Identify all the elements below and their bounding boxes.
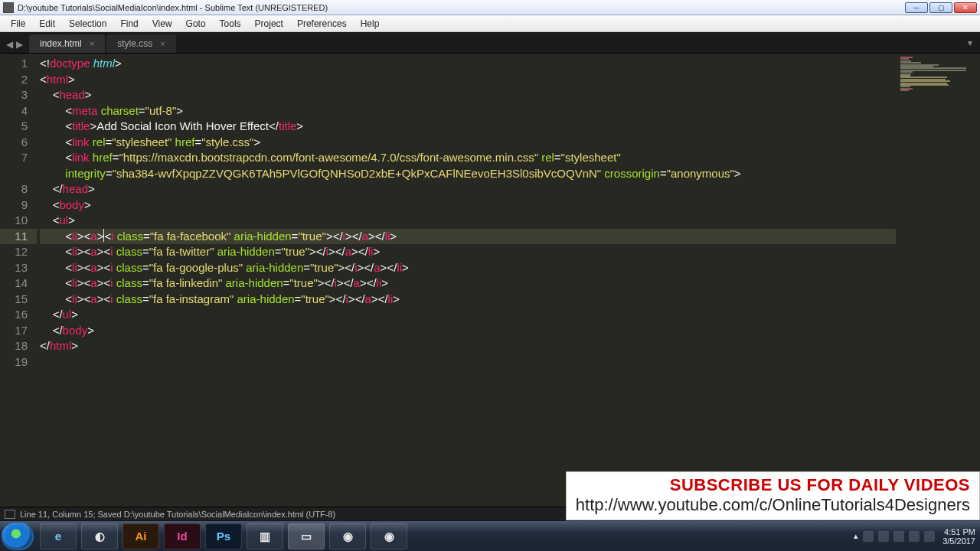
menu-edit[interactable]: Edit (33, 17, 61, 31)
menu-file[interactable]: File (5, 17, 31, 31)
tray-icon[interactable] (909, 531, 920, 542)
window-title: D:\youtube Tutorials\SocialMediaIcon\ind… (18, 3, 905, 12)
system-tray[interactable]: ▴ 4:51 PM 3/5/2017 (854, 527, 980, 546)
taskbar-app[interactable]: ◉ (371, 523, 407, 549)
maximize-button[interactable]: ▢ (929, 2, 952, 13)
code-area[interactable]: <!doctype html><html> <head> <meta chars… (37, 54, 896, 507)
tray-icon[interactable] (878, 531, 889, 542)
tab-label: index.html (40, 38, 82, 49)
minimize-button[interactable]: ─ (905, 2, 928, 13)
tab-close-icon[interactable]: × (160, 39, 165, 48)
tab-label: style.css (117, 38, 152, 49)
menu-goto[interactable]: Goto (180, 17, 212, 31)
tab-close-icon[interactable]: × (90, 39, 94, 48)
taskbar-app[interactable]: e (40, 523, 77, 549)
editor[interactable]: 12345678910111213141516171819 <!doctype … (0, 54, 980, 507)
tray-icon[interactable] (893, 531, 904, 542)
taskbar-app[interactable]: ◐ (81, 523, 118, 549)
tab-bar: ◀ ▶ index.html×style.css× ▾ (0, 32, 980, 54)
overlay-banner: SUBSCRIBE US FOR DAILY VIDEOS http://www… (566, 471, 980, 520)
menu-tools[interactable]: Tools (214, 17, 247, 31)
taskbar-app[interactable]: ▥ (247, 523, 283, 549)
tab-overflow-icon[interactable]: ▾ (968, 37, 980, 53)
nav-fwd-icon[interactable]: ▶ (16, 39, 23, 50)
gutter: 12345678910111213141516171819 (0, 54, 37, 507)
menu-bar: FileEditSelectionFindViewGotoToolsProjec… (0, 15, 980, 32)
taskbar: e◐AiIdPs▥▭◉◉ ▴ 4:51 PM 3/5/2017 (0, 520, 980, 551)
taskbar-app[interactable]: ◉ (329, 523, 366, 549)
close-button[interactable]: ✕ (954, 2, 977, 13)
minimap[interactable] (896, 54, 980, 507)
app-icon (3, 2, 14, 13)
status-icon (5, 510, 15, 519)
menu-view[interactable]: View (146, 17, 178, 31)
banner-line1: SUBSCRIBE US FOR DAILY VIDEOS (576, 475, 970, 495)
taskbar-app[interactable]: Ai (122, 523, 159, 549)
menu-help[interactable]: Help (354, 17, 386, 31)
menu-project[interactable]: Project (249, 17, 289, 31)
menu-find[interactable]: Find (114, 17, 144, 31)
taskbar-app[interactable]: ▭ (288, 523, 325, 549)
clock[interactable]: 4:51 PM 3/5/2017 (939, 527, 975, 546)
taskbar-app[interactable]: Ps (205, 523, 242, 549)
tab-style-css[interactable]: style.css× (106, 34, 175, 53)
menu-preferences[interactable]: Preferences (291, 17, 353, 31)
start-button[interactable] (2, 523, 34, 550)
status-text: Line 11, Column 15; Saved D:\youtube Tut… (20, 510, 335, 519)
tab-index-html[interactable]: index.html× (29, 34, 105, 53)
menu-selection[interactable]: Selection (63, 17, 113, 31)
tray-icon[interactable] (863, 531, 874, 542)
window-titlebar: D:\youtube Tutorials\SocialMediaIcon\ind… (0, 0, 980, 15)
banner-line2: http://www.youtube.com/c/OnlineTutorials… (576, 495, 970, 515)
nav-back-icon[interactable]: ◀ (6, 39, 13, 50)
taskbar-app[interactable]: Id (164, 523, 201, 549)
tray-chevron-icon[interactable]: ▴ (854, 531, 858, 541)
tray-icon[interactable] (924, 531, 935, 542)
